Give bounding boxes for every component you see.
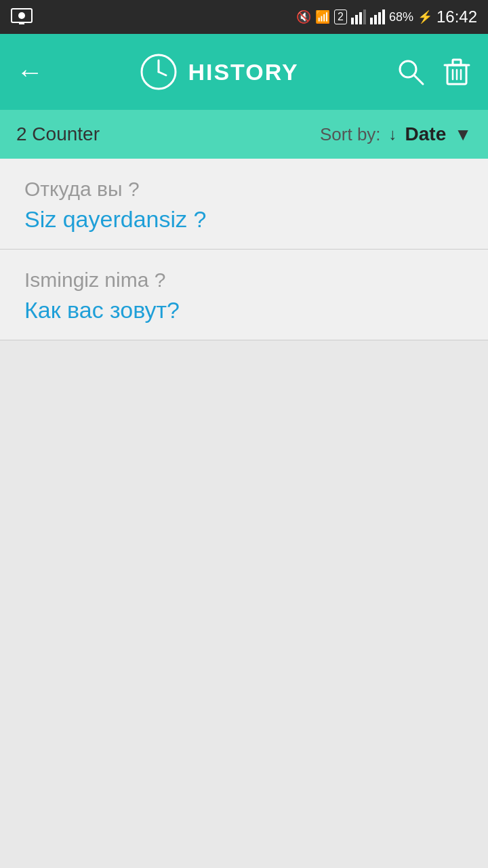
svg-rect-5 (359, 12, 362, 24)
sort-direction-icon: ↓ (389, 125, 397, 144)
sort-by-label: Sort by: (320, 124, 381, 145)
signal2-icon (370, 9, 385, 24)
back-button[interactable]: ← (16, 58, 43, 85)
wifi-icon: 📶 (315, 9, 330, 24)
svg-rect-18 (453, 60, 461, 65)
photo-icon (11, 8, 33, 26)
svg-rect-7 (370, 18, 373, 24)
signal1-icon (351, 9, 366, 24)
item-original-text: Откуда вы ? (24, 178, 464, 201)
time-display: 16:42 (436, 7, 477, 26)
svg-rect-10 (382, 9, 385, 24)
sort-value-label: Date (405, 123, 447, 145)
counter-label: 2 Counter (16, 123, 100, 145)
history-list: Откуда вы ? Siz qayerdansiz ? Ismingiz n… (0, 159, 488, 340)
mute-icon: 🔇 (296, 9, 311, 24)
svg-rect-4 (355, 15, 358, 24)
battery-text: 68% (389, 10, 413, 24)
badge-2-icon: 2 (334, 9, 347, 24)
status-left-icons (11, 8, 33, 26)
app-bar-title: HISTORY (188, 59, 298, 85)
svg-line-13 (159, 72, 166, 75)
app-bar: ← HISTORY (0, 34, 488, 110)
svg-line-15 (414, 75, 423, 84)
svg-rect-8 (374, 15, 377, 24)
list-item[interactable]: Откуда вы ? Siz qayerdansiz ? (0, 159, 488, 250)
dropdown-arrow-icon[interactable]: ▼ (454, 124, 472, 145)
status-bar: 🔇 📶 2 68% ⚡ 16:42 (0, 0, 488, 34)
app-bar-title-group: HISTORY (43, 54, 396, 90)
clock-icon (140, 54, 177, 90)
svg-rect-6 (363, 9, 366, 24)
svg-rect-9 (378, 12, 381, 24)
search-button[interactable] (396, 57, 426, 87)
svg-rect-2 (19, 22, 24, 24)
sort-controls[interactable]: Sort by: ↓ Date ▼ (320, 123, 472, 145)
svg-rect-3 (351, 18, 354, 24)
item-translated-text: Как вас зовут? (24, 297, 464, 323)
battery-icon: ⚡ (418, 9, 432, 24)
item-original-text: Ismingiz nima ? (24, 269, 464, 292)
sort-bar: 2 Counter Sort by: ↓ Date ▼ (0, 110, 488, 159)
status-right-icons: 🔇 📶 2 68% ⚡ 16:42 (296, 7, 477, 26)
list-item[interactable]: Ismingiz nima ? Как вас зовут? (0, 250, 488, 340)
delete-button[interactable] (442, 57, 472, 87)
item-translated-text: Siz qayerdansiz ? (24, 206, 464, 233)
svg-point-1 (18, 12, 25, 19)
